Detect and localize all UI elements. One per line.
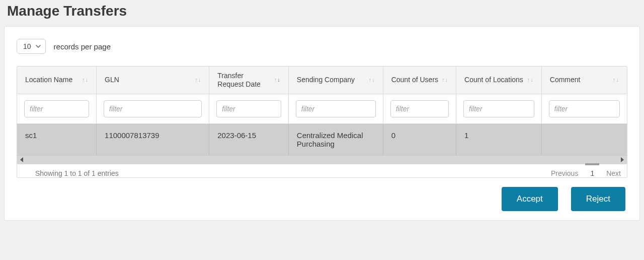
transfers-card: 10 records per page Location Name ↑↓	[4, 26, 640, 221]
filter-count-locations[interactable]	[463, 100, 534, 117]
page-size-value: 10	[23, 42, 31, 50]
filter-sending-company[interactable]	[296, 100, 376, 117]
filter-location-name[interactable]	[24, 100, 89, 117]
col-header-gln[interactable]: GLN ↑↓	[97, 67, 209, 94]
cell-count-users: 0	[383, 123, 456, 155]
sort-icon: ↑↓	[527, 77, 533, 83]
cell-sending-company: Centralized Medical Purchasing	[288, 123, 383, 155]
filter-comment[interactable]	[549, 100, 620, 117]
current-page[interactable]: 1	[590, 169, 594, 177]
transfers-table-wrap: Location Name ↑↓ GLN ↑↓ Transfer Request…	[17, 66, 627, 178]
sort-icon: ↑↓	[369, 77, 375, 83]
filter-transfer-date[interactable]	[216, 100, 281, 117]
filter-row	[17, 94, 627, 123]
accept-button[interactable]: Accept	[502, 187, 558, 211]
sort-icon: ↑↓	[195, 77, 201, 83]
previous-page[interactable]: Previous	[551, 169, 578, 177]
filter-count-users[interactable]	[390, 100, 449, 117]
table-row[interactable]: sc1 1100007813739 2023-06-15 Centralized…	[17, 123, 627, 155]
sort-icon: ↑↓	[442, 77, 448, 83]
reject-button[interactable]: Reject	[571, 187, 625, 211]
col-header-count-users[interactable]: Count of Users ↑↓	[383, 67, 456, 94]
page-size-label: records per page	[54, 42, 111, 51]
chevron-down-icon	[35, 43, 41, 49]
cell-comment	[541, 123, 627, 155]
page-size-select[interactable]: 10	[17, 39, 46, 54]
cell-transfer-date: 2023-06-15	[209, 123, 289, 155]
sort-icon: ↑↓	[613, 77, 619, 83]
col-header-count-locations[interactable]: Count of Locations ↑↓	[456, 67, 542, 94]
col-header-transfer-date[interactable]: Transfer Request Date ↑↓	[209, 67, 289, 94]
scroll-right-icon	[621, 157, 624, 162]
scroll-left-icon	[20, 157, 23, 162]
cell-gln: 1100007813739	[97, 123, 209, 155]
sort-icon-active-desc: ↑↓	[274, 77, 280, 83]
cell-location-name: sc1	[17, 123, 97, 155]
transfers-table: Location Name ↑↓ GLN ↑↓ Transfer Request…	[17, 67, 627, 155]
cell-count-locations: 1	[456, 123, 542, 155]
entries-summary: Showing 1 to 1 of 1 entries	[35, 169, 119, 177]
page-title: Manage Transfers	[7, 3, 640, 19]
filter-gln[interactable]	[104, 100, 202, 117]
col-header-sending-company[interactable]: Sending Company ↑↓	[288, 67, 383, 94]
sort-icon: ↑↓	[82, 77, 88, 83]
horizontal-scrollbar[interactable]	[17, 155, 627, 164]
pager: Previous 1 Next	[551, 169, 621, 177]
col-header-location-name[interactable]: Location Name ↑↓	[17, 67, 97, 94]
next-page[interactable]: Next	[606, 169, 621, 177]
col-header-comment[interactable]: Comment ↑↓	[541, 67, 627, 94]
